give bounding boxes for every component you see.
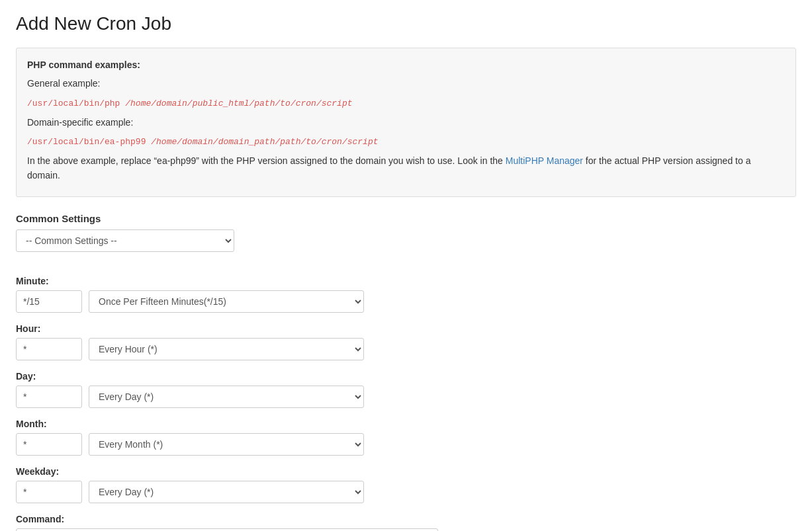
minute-input[interactable] (16, 290, 82, 313)
hour-label: Hour: (16, 323, 796, 334)
command-label: Command: (16, 514, 796, 524)
day-select[interactable]: Every Day (*)1st2nd3rd4th5th6th7th8th9th… (89, 386, 364, 408)
general-example-label: General example: (27, 76, 785, 91)
minute-select[interactable]: Once Per Minute (*)Every Two Minutes (*/… (89, 290, 364, 313)
day-field-group: Day: Every Day (*)1st2nd3rd4th5th6th7th8… (16, 371, 796, 408)
month-select[interactable]: Every Month (*)January (1)February (2)Ma… (89, 433, 364, 456)
hour-field-group: Hour: Every Hour (*)Every Two Hours (*/2… (16, 323, 796, 360)
domain-example-code: /usr/local/bin/ea-php99 /home/domain/dom… (27, 137, 379, 147)
month-field-row: Every Month (*)January (1)February (2)Ma… (16, 433, 796, 456)
common-settings-label: Common Settings (16, 213, 796, 224)
weekday-field-row: Every Day (*)Sunday (0)Monday (1)Tuesday… (16, 481, 796, 503)
month-field-group: Month: Every Month (*)January (1)Februar… (16, 419, 796, 456)
minute-field-row: Once Per Minute (*)Every Two Minutes (*/… (16, 290, 796, 313)
page-title: Add New Cron Job (16, 13, 796, 34)
hour-input[interactable] (16, 338, 82, 360)
info-box: PHP command examples: General example: /… (16, 48, 796, 197)
hour-select[interactable]: Every Hour (*)Every Two Hours (*/2)Every… (89, 338, 364, 360)
command-input[interactable] (16, 528, 438, 531)
day-field-row: Every Day (*)1st2nd3rd4th5th6th7th8th9th… (16, 386, 796, 408)
multiphp-manager-link[interactable]: MultiPHP Manager (506, 155, 583, 166)
common-settings-group: Common Settings -- Common Settings --Onc… (16, 213, 796, 265)
common-settings-select[interactable]: -- Common Settings --Once Per Minute(* *… (16, 229, 234, 252)
day-label: Day: (16, 371, 796, 382)
day-input[interactable] (16, 386, 82, 408)
hour-field-row: Every Hour (*)Every Two Hours (*/2)Every… (16, 338, 796, 360)
month-label: Month: (16, 419, 796, 429)
command-field-group: Command: (16, 514, 796, 531)
php-examples-label: PHP command examples: (27, 60, 140, 70)
weekday-input[interactable] (16, 481, 82, 503)
month-input[interactable] (16, 433, 82, 456)
weekday-label: Weekday: (16, 466, 796, 477)
general-example-code: /usr/local/bin/php /home/domain/public_h… (27, 99, 353, 108)
weekday-select[interactable]: Every Day (*)Sunday (0)Monday (1)Tuesday… (89, 481, 364, 503)
weekday-field-group: Weekday: Every Day (*)Sunday (0)Monday (… (16, 466, 796, 503)
minute-label: Minute: (16, 276, 796, 286)
note-text: In the above example, replace “ea-php99”… (27, 153, 785, 183)
minute-field-group: Minute: Once Per Minute (*)Every Two Min… (16, 276, 796, 313)
domain-example-label: Domain-specific example: (27, 115, 785, 130)
